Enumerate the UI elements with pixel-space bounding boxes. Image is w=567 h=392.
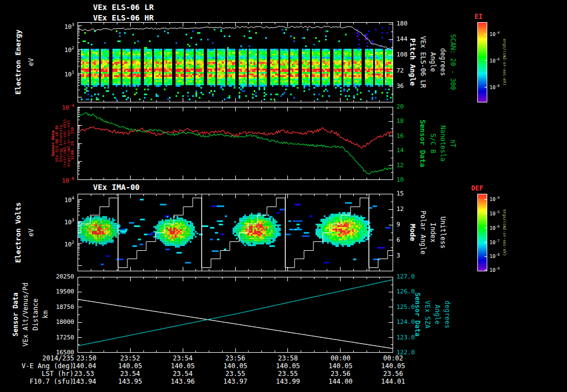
table-cell-r0-c2: 140.05 (161, 363, 205, 369)
colorbar2-tick-5: 10-9 (489, 267, 499, 273)
p2-right-tick-2: 16 (396, 133, 404, 139)
p1-right-tick-0: 180 (396, 20, 408, 27)
p4-ylabel-distance: Distance (32, 298, 39, 331)
p2-right-tick-1: 18 (396, 118, 404, 124)
p3-right-tick-3: 6 (396, 237, 400, 243)
p1-right-tick-3: 72 (396, 68, 404, 74)
p3-ylabel-ev: eV (28, 229, 34, 236)
colorbar2-unit-label: ergs/(cm2-sr-sec-eV) (502, 209, 506, 256)
x-tick-5: 00:00 (318, 355, 363, 362)
table-cell-r2-c0: 143.94 (62, 378, 106, 385)
x-tick-4: 23:58 (266, 355, 310, 362)
x-tick-3: 23:56 (213, 355, 257, 362)
p1-rlabel-angle: Angle (430, 52, 436, 72)
altitude-sza-line-panel (78, 277, 393, 353)
p2-ylabel-scan-range: SCAN: 20 - 150 (71, 127, 75, 159)
p4-rlabel-vex-sza: VEx SZA (424, 301, 431, 329)
table-cell-r0-c0: 140.04 (62, 363, 106, 369)
p1-left-tick-2: 101 (42, 70, 74, 78)
p3-rlabel-index: Index (430, 223, 436, 243)
p4-right-tick-2: 125.0 (396, 304, 415, 310)
colorbar2-tick-1: 10-5 (489, 210, 499, 216)
p2-rlabel-nt: nT (450, 140, 456, 147)
table-cell-r0-c6: 140.05 (371, 363, 415, 369)
table-cell-r1-c1: 23.54 (108, 370, 152, 377)
colorbar2-tick-3: 10-7 (489, 239, 499, 245)
p3-rlabel-unitless: Unitless (440, 216, 446, 249)
p4-ylabel-alt-venus-pd: VEx Alt/Venus/Pd (22, 282, 29, 347)
table-cell-r1-c4: 23.55 (266, 370, 310, 377)
p3-right-tick-0: 15 (396, 190, 404, 197)
table-cell-r2-c3: 143.97 (213, 378, 257, 385)
p2-rlabel-sensor-data: Sensor Data (419, 120, 426, 167)
p1-rlabel-els-lr: VEx ELS-06 LR (420, 36, 426, 88)
vex-quicklook-plot-window: VEx ELS-06 LR VEx ELS-06 HR VEx IMA-00 E… (0, 0, 567, 392)
p3-right-tick-1: 12 (396, 206, 404, 212)
p2-right-tick-4: 12 (396, 162, 404, 168)
panel3-title-ima: VEx IMA-00 (93, 183, 140, 191)
table-cell-r2-c5: 144.00 (318, 378, 363, 385)
p4-rlabel-sensor-data: Sensor Data (414, 292, 421, 336)
p4-left-tick-4: 17250 (42, 334, 74, 341)
p1-left-tick-0: 103 (42, 23, 74, 30)
p1-right-tick-4: 36 (396, 83, 404, 89)
colorbar2-tick-0: 10-4 (489, 196, 499, 202)
p4-right-tick-1: 126.0 (396, 288, 415, 295)
els-spectrogram-panel (78, 22, 393, 102)
table-cell-r1-c5: 23.56 (318, 370, 363, 377)
p1-left-tick-1: 102 (42, 46, 74, 53)
x-tick-6: 00:02 (371, 355, 415, 362)
ima-spectrogram-panel (78, 194, 393, 271)
intensity-bfield-line-panel (78, 107, 393, 180)
p2-left-tick-0: 10-4 (42, 104, 74, 111)
p4-right-tick-0: 127.0 (396, 274, 415, 280)
table-cell-r0-c3: 140.05 (213, 363, 257, 369)
table-cell-r2-c1: 143.95 (108, 378, 152, 385)
p4-right-tick-3: 124.0 (396, 319, 415, 325)
colorbar2-tick-4: 10-8 (489, 253, 499, 259)
table-cell-r1-c2: 23.54 (161, 370, 205, 377)
p4-left-tick-1: 19500 (42, 288, 74, 295)
p3-left-tick-2: 102 (42, 240, 74, 247)
table-cell-r1-c6: 23.56 (371, 370, 415, 377)
x-tick-1: 23:52 (108, 355, 152, 362)
p4-ylabel-sensor-data: Sensor Data (12, 292, 19, 336)
p2-rlabel-sc-b: S/C B (430, 133, 436, 153)
p2-left-tick-1: 10-8 (42, 177, 74, 184)
table-cell-r2-c6: 144.01 (371, 378, 415, 385)
colorbar1-tick-1: 10-6 (489, 58, 499, 64)
p3-left-tick-1: 103 (42, 218, 74, 225)
p3-right-tick-2: 9 (396, 221, 400, 228)
table-cell-r2-c2: 143.96 (161, 378, 205, 385)
colorbar1-tick-2: 10-8 (489, 84, 499, 90)
p4-left-tick-2: 18750 (42, 304, 74, 310)
p2-right-tick-0: 20 (396, 104, 404, 110)
p2-right-tick-3: 14 (396, 147, 404, 153)
p1-rlabel-pitch-angle: Pitch Angle (409, 38, 416, 86)
p1-rlabel-scan-range: SCAN: 20 - 300 (450, 34, 456, 90)
p4-ylabel-km: km (42, 311, 49, 318)
x-axis-date: 2014/235 (33, 355, 74, 362)
def-colorbar (477, 194, 487, 271)
colorbar1-tick-0: 10-4 (489, 31, 499, 37)
table-cell-r0-c4: 140.05 (266, 363, 310, 369)
table-cell-r0-c1: 140.05 (108, 363, 152, 369)
p3-left-tick-0: 104 (42, 196, 74, 203)
p4-rlabel-angle: Angle (434, 305, 441, 324)
p1-right-tick-2: 108 (396, 51, 408, 58)
p4-rlabel-degrees: degrees (444, 301, 451, 329)
panel1-title-els-lr: VEx ELS-06 LR (93, 3, 154, 11)
p4-right-tick-4: 123.0 (396, 334, 415, 341)
p3-right-tick-4: 3 (396, 252, 400, 259)
p3-ylabel-electron-volts: Electron Volts (14, 202, 22, 263)
colorbar2-tick-2: 10-6 (489, 225, 499, 231)
table-cell-r1-c0: 23.53 (62, 370, 106, 377)
ei-colorbar (477, 22, 487, 102)
table-cell-r1-c3: 23.55 (213, 370, 257, 377)
p3-rlabel-polar-angle: Polar Angle (420, 210, 426, 254)
colorbar2-title-def: DEF (471, 185, 483, 192)
colorbar1-title-ei: EI (475, 13, 482, 20)
p1-rlabel-degrees: degrees (440, 48, 446, 76)
table-cell-r2-c4: 143.99 (266, 378, 310, 385)
p1-ylabel-ev: eV (28, 58, 34, 66)
